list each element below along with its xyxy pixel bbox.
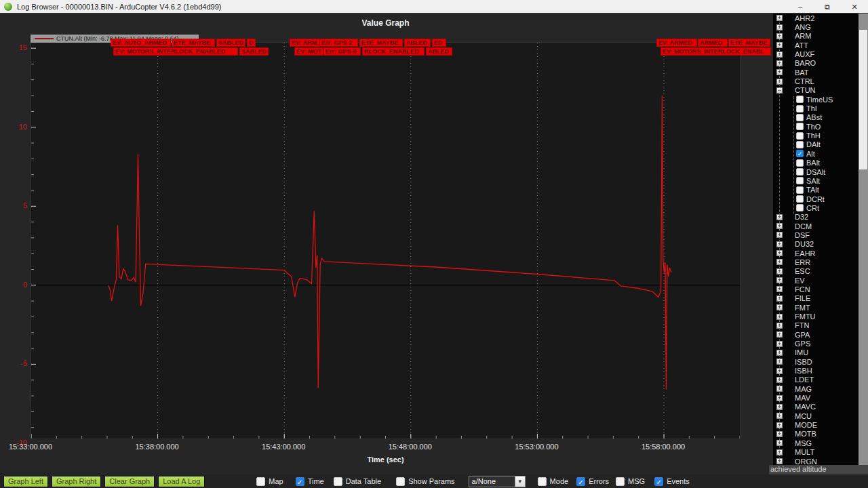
checkbox-data-table[interactable] bbox=[334, 477, 342, 486]
tree-item-CTRL[interactable]: +CTRL bbox=[773, 77, 859, 85]
graph-right-button[interactable]: Graph Right bbox=[52, 476, 101, 487]
checkbox-DSAlt[interactable] bbox=[796, 168, 804, 176]
tree-group-label[interactable]: FILE bbox=[795, 294, 810, 302]
tree-group-label[interactable]: MCU bbox=[795, 412, 812, 420]
checkbox-BAlt[interactable] bbox=[796, 159, 804, 167]
minimize-button[interactable]: – bbox=[787, 1, 814, 13]
tree-item-ISBD[interactable]: +ISBD bbox=[773, 357, 859, 366]
clear-graph-button[interactable]: Clear Graph bbox=[104, 476, 155, 487]
checkbox-DAlt[interactable] bbox=[796, 141, 804, 148]
checkbox-mode[interactable] bbox=[538, 477, 547, 486]
tree-item-IMU[interactable]: +IMU bbox=[773, 348, 859, 357]
tree-item-BARO[interactable]: +BARO bbox=[773, 59, 859, 68]
tree-item-BAlt[interactable]: BAlt bbox=[773, 159, 859, 167]
tree-item-ThI[interactable]: ThI bbox=[773, 104, 859, 113]
checkbox-ThH[interactable] bbox=[796, 132, 804, 140]
expand-icon[interactable]: + bbox=[776, 341, 783, 347]
restore-button[interactable]: ⧉ bbox=[814, 1, 841, 13]
checkbox-ThO[interactable] bbox=[796, 123, 804, 130]
tree-item-TAlt[interactable]: TAlt bbox=[773, 186, 859, 195]
tree-group-label[interactable]: ERR bbox=[795, 258, 810, 266]
tree-item-MAG[interactable]: +MAG bbox=[773, 384, 859, 393]
expand-icon[interactable]: + bbox=[776, 223, 783, 229]
tree-item-MAV[interactable]: +MAV bbox=[773, 393, 859, 402]
tree-item-MOTB[interactable]: +MOTB bbox=[773, 430, 859, 439]
checkbox-CRt[interactable] bbox=[796, 204, 804, 211]
tree-group-label[interactable]: IMU bbox=[795, 348, 808, 357]
checkbox-ThI[interactable] bbox=[796, 105, 804, 113]
tree-field-label[interactable]: DSAlt bbox=[806, 168, 825, 176]
tree-scrollbar[interactable] bbox=[859, 14, 868, 465]
tree-group-label[interactable]: ISBH bbox=[795, 367, 812, 375]
tree-field-label[interactable]: BAlt bbox=[806, 159, 820, 167]
checkbox-TimeUS[interactable] bbox=[796, 96, 804, 103]
tree-group-label[interactable]: ORGN bbox=[795, 458, 817, 465]
expand-icon[interactable]: + bbox=[776, 286, 783, 292]
tree-item-TimeUS[interactable]: TimeUS bbox=[773, 95, 859, 104]
toolbar-check-show-params[interactable]: Show Params bbox=[396, 477, 454, 486]
tree-group-label[interactable]: ISBD bbox=[795, 358, 812, 366]
tree-item-AHR2[interactable]: +AHR2 bbox=[773, 14, 859, 22]
tree-group-label[interactable]: D32 bbox=[795, 213, 808, 221]
tree-item-DSAlt[interactable]: DSAlt bbox=[773, 167, 859, 176]
expand-icon[interactable]: + bbox=[776, 314, 783, 320]
tree-item-D32[interactable]: +D32 bbox=[773, 213, 859, 222]
expand-icon[interactable]: + bbox=[776, 331, 783, 338]
tree-item-SAlt[interactable]: SAlt bbox=[773, 176, 859, 185]
tree-item-ABst[interactable]: ABst bbox=[773, 113, 859, 122]
tree-item-CRt[interactable]: CRt bbox=[773, 203, 859, 212]
tree-item-MULT[interactable]: +MULT bbox=[773, 448, 859, 457]
tree-group-label[interactable]: AHR2 bbox=[795, 14, 814, 22]
tree-item-BAT[interactable]: +BAT bbox=[773, 68, 859, 77]
tree-item-DCM[interactable]: +DCM bbox=[773, 222, 859, 230]
collapse-icon[interactable]: − bbox=[776, 87, 783, 94]
tree-group-label[interactable]: DCM bbox=[795, 222, 812, 230]
toolbar-check-mode[interactable]: Mode bbox=[538, 477, 569, 486]
tree-item-ThH[interactable]: ThH bbox=[773, 131, 859, 140]
tree-item-FMT[interactable]: +FMT bbox=[773, 303, 859, 312]
expand-icon[interactable]: + bbox=[776, 268, 783, 274]
expand-icon[interactable]: + bbox=[776, 359, 783, 365]
tree-field-label[interactable]: DAlt bbox=[806, 140, 821, 148]
toolbar-check-msg[interactable]: MSG bbox=[616, 477, 645, 486]
tree-group-label[interactable]: FTN bbox=[795, 321, 809, 329]
tree-group-label[interactable]: FMT bbox=[795, 304, 810, 312]
checkbox-SAlt[interactable] bbox=[796, 177, 804, 184]
tree-group-label[interactable]: GPA bbox=[795, 331, 810, 339]
tree-group-label[interactable]: AUXF bbox=[795, 50, 814, 58]
expand-icon[interactable]: + bbox=[776, 241, 783, 247]
tree-item-ThO[interactable]: ThO bbox=[773, 122, 859, 131]
tree-field-label[interactable]: SAlt bbox=[806, 177, 820, 185]
tree-field-label[interactable]: TimeUS bbox=[806, 96, 833, 104]
checkbox-events[interactable]: ✓ bbox=[654, 477, 663, 486]
expand-icon[interactable]: + bbox=[776, 304, 783, 310]
tree-item-MODE[interactable]: +MODE bbox=[773, 420, 859, 429]
tree-field-label[interactable]: ThO bbox=[806, 123, 821, 131]
tree-item-ATT[interactable]: +ATT bbox=[773, 41, 859, 49]
expand-icon[interactable]: + bbox=[776, 377, 783, 383]
tree-group-label[interactable]: GPS bbox=[795, 340, 810, 348]
tree-item-EAHR[interactable]: +EAHR bbox=[773, 249, 859, 258]
expand-icon[interactable]: + bbox=[776, 440, 783, 446]
tree-group-label[interactable]: BAT bbox=[795, 68, 809, 77]
tree-field-label[interactable]: ABst bbox=[806, 113, 822, 121]
checkbox-DCRt[interactable] bbox=[796, 195, 804, 203]
tree-item-CTUN[interactable]: −CTUN bbox=[773, 86, 859, 95]
tree-scrollbar-thumb[interactable] bbox=[859, 30, 867, 169]
tree-item-FCN[interactable]: +FCN bbox=[773, 285, 859, 293]
tree-group-label[interactable]: ESC bbox=[795, 267, 810, 275]
chevron-down-icon[interactable]: ▼ bbox=[515, 476, 525, 487]
log-message-tree[interactable]: +AHR2+ANG+ARM+ATT+AUXF+BARO+BAT+CTRL−CTU… bbox=[773, 14, 859, 465]
tree-group-label[interactable]: MOTB bbox=[795, 430, 816, 438]
graph-source-dropdown[interactable]: a/None ▼ bbox=[469, 476, 526, 487]
expand-icon[interactable]: + bbox=[776, 368, 783, 374]
tree-group-label[interactable]: MAG bbox=[795, 385, 812, 393]
tree-field-label[interactable]: ThI bbox=[806, 104, 817, 113]
expand-icon[interactable]: + bbox=[776, 277, 783, 283]
checkbox-show-params[interactable] bbox=[396, 477, 405, 486]
tree-item-ORGN[interactable]: +ORGN bbox=[773, 457, 859, 465]
checkbox-errors[interactable]: ✓ bbox=[576, 477, 585, 486]
expand-icon[interactable]: + bbox=[776, 250, 783, 256]
load-a-log-button[interactable]: Load A Log bbox=[158, 476, 205, 487]
checkbox-map[interactable] bbox=[256, 477, 265, 486]
